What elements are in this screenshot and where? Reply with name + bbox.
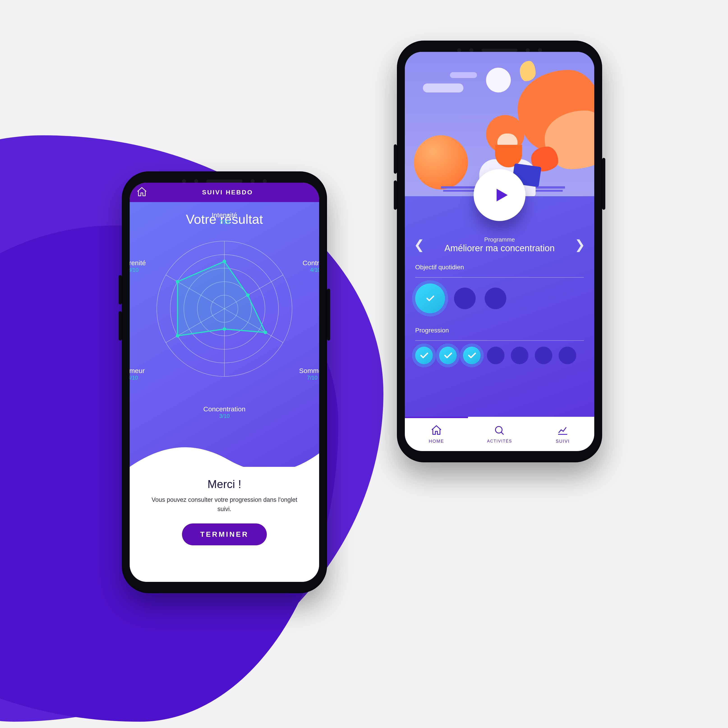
daily-step[interactable] — [454, 288, 476, 309]
search-icon — [494, 424, 506, 437]
home-icon[interactable] — [136, 186, 148, 199]
svg-point-12 — [223, 260, 226, 263]
chevron-right-icon[interactable]: ❯ — [573, 234, 587, 255]
play-icon — [492, 186, 511, 205]
axis-label: Intensité7/10 — [211, 211, 237, 225]
axis-label: Concentration3/10 — [203, 405, 246, 419]
play-button[interactable] — [474, 169, 526, 221]
result-footer: Merci ! Vous pouvez consulter votre prog… — [130, 467, 319, 582]
phone-mockup-result: SUIVI HEBDO Votre résultat Intensité7/10… — [122, 171, 327, 593]
bush-shape — [414, 135, 468, 190]
program-label: Programme — [444, 236, 555, 243]
progress-step[interactable] — [559, 347, 576, 364]
leaf-shape — [520, 61, 535, 81]
svg-marker-11 — [177, 262, 265, 336]
svg-point-18 — [496, 427, 502, 433]
radar-chart: Intensité7/10 Contrôle4/10 Sommeil7/10 C… — [143, 228, 306, 390]
nav-home[interactable]: HOME — [405, 417, 468, 451]
svg-point-13 — [246, 294, 250, 297]
section-title: Objectif quotidien — [415, 264, 584, 271]
phone-mockup-program: ❮ Programme Améliorer ma concentration ❯… — [397, 41, 602, 462]
daily-step[interactable] — [415, 283, 445, 313]
nav-label: ACTIVITÉS — [487, 439, 512, 444]
section-title: Progression — [415, 327, 584, 334]
progress-step[interactable] — [415, 347, 433, 364]
header-title: SUIVI HEBDO — [154, 189, 313, 196]
svg-point-14 — [264, 330, 267, 334]
axis-label: Sommeil7/10 — [299, 367, 319, 381]
program-title: Améliorer ma concentration — [444, 243, 555, 253]
cloud-shape — [450, 72, 477, 78]
progress-step[interactable] — [439, 347, 457, 364]
svg-point-16 — [176, 334, 179, 338]
home-icon — [430, 424, 442, 436]
svg-point-17 — [176, 280, 179, 283]
daily-objective-section: Objectif quotidien — [405, 264, 594, 313]
progression-section: Progression — [405, 327, 594, 364]
progress-step[interactable] — [463, 347, 480, 364]
nav-label: HOME — [429, 439, 444, 444]
axis-label: Humeur8/10 — [130, 367, 145, 381]
canvas: SUIVI HEBDO Votre résultat Intensité7/10… — [0, 0, 728, 728]
axis-label: Contrôle4/10 — [303, 259, 319, 273]
thank-you-body: Vous pouvez consulter votre progression … — [148, 495, 301, 514]
chevron-left-icon[interactable]: ❮ — [412, 234, 426, 255]
moon-shape — [486, 68, 511, 92]
cloud-shape — [423, 83, 463, 92]
svg-point-15 — [223, 327, 226, 331]
progress-step[interactable] — [535, 347, 552, 364]
program-selector: ❮ Programme Améliorer ma concentration ❯ — [405, 234, 594, 255]
daily-step[interactable] — [485, 288, 506, 309]
radar-chart-svg — [143, 228, 306, 390]
nav-tracking[interactable]: SUIVI — [531, 417, 594, 451]
finish-button[interactable]: TERMINER — [182, 523, 266, 545]
thank-you-title: Merci ! — [148, 478, 301, 491]
app-header: SUIVI HEBDO — [130, 183, 319, 202]
progress-step[interactable] — [511, 347, 528, 364]
nav-active-indicator — [405, 417, 468, 418]
chart-icon — [557, 424, 569, 436]
progress-step[interactable] — [487, 347, 505, 364]
nav-activities[interactable]: ACTIVITÉS — [468, 417, 531, 451]
nav-label: SUIVI — [556, 439, 570, 444]
axis-label: Serenité8/10 — [130, 259, 146, 273]
bottom-nav: HOME ACTIVITÉS SUIVI — [405, 417, 594, 451]
